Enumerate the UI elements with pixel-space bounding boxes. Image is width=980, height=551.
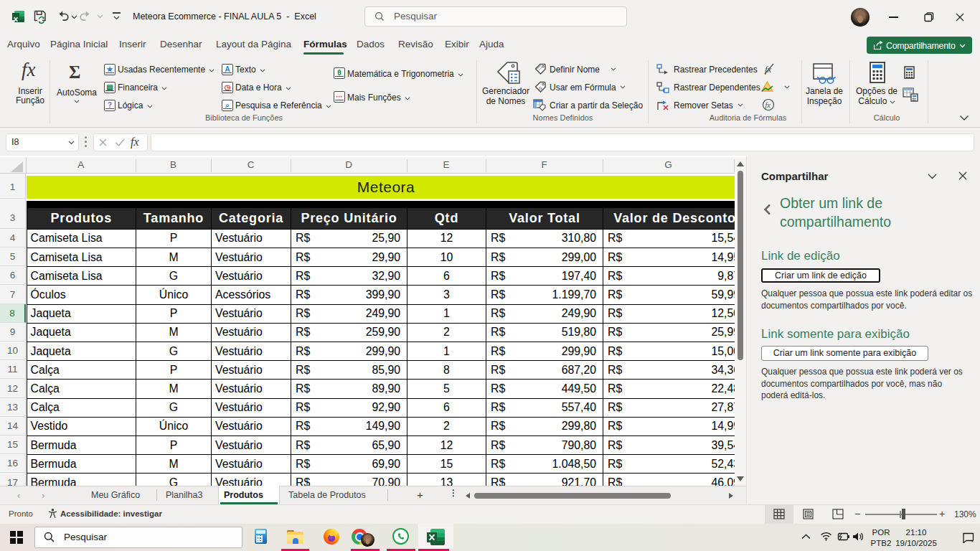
svg-text:fx: fx: [765, 101, 771, 109]
svg-text:fx: fx: [539, 85, 543, 91]
